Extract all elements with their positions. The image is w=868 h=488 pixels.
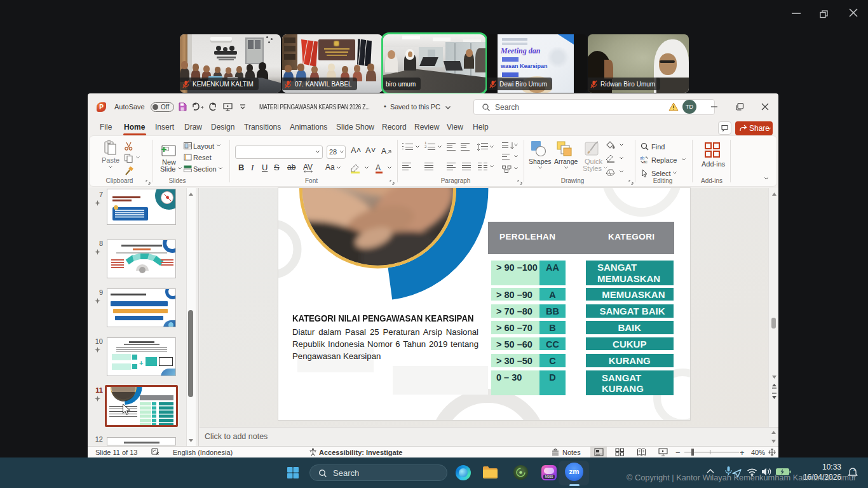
svg-text:z: z: [853, 468, 855, 471]
svg-text:A: A: [381, 147, 386, 156]
svg-text:A: A: [376, 163, 381, 172]
svg-text:ac: ac: [643, 159, 648, 164]
svg-text:AV: AV: [303, 163, 313, 172]
